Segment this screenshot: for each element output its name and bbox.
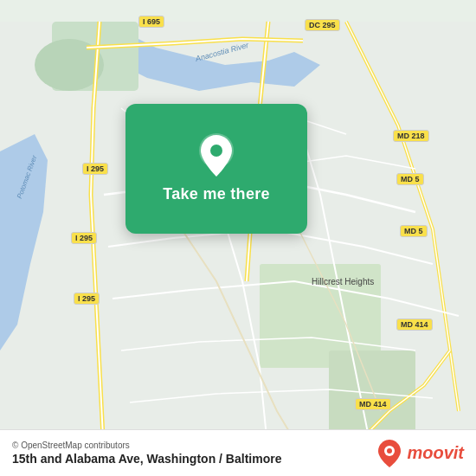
road-label-i295b: I 295 (71, 232, 97, 244)
take-me-there-button[interactable]: Take me there (163, 185, 270, 203)
svg-point-9 (210, 145, 222, 157)
location-card: Take me there (125, 104, 307, 234)
road-label-md218: MD 218 (393, 130, 429, 142)
copyright-text: © OpenStreetMap contributors (12, 441, 281, 450)
road-label-dc295: DC 295 (305, 19, 340, 31)
road-label-i295c: I 295 (74, 293, 100, 305)
road-label-md414a: MD 414 (396, 318, 433, 331)
bottom-left-info: © OpenStreetMap contributors 15th and Al… (12, 441, 281, 466)
bottom-bar: © OpenStreetMap contributors 15th and Al… (0, 429, 476, 476)
road-label-i295a: I 295 (82, 163, 108, 175)
map-container: Hillcrest Heights Anacostia River Potoma… (0, 0, 476, 476)
location-name: 15th and Alabama Ave, Washington / Balti… (12, 452, 281, 466)
road-label-md414b: MD 414 (355, 398, 391, 410)
place-label-hillcrest: Hillcrest Heights (312, 277, 374, 286)
road-label-md5a: MD 5 (396, 173, 424, 185)
map-pin-icon (196, 135, 237, 177)
moovit-pin-icon (377, 439, 402, 468)
road-label-i695: I 695 (138, 16, 164, 28)
moovit-label: moovit (407, 443, 464, 463)
road-label-md5b: MD 5 (400, 225, 428, 237)
svg-point-11 (387, 448, 392, 453)
moovit-logo: moovit (377, 439, 464, 468)
